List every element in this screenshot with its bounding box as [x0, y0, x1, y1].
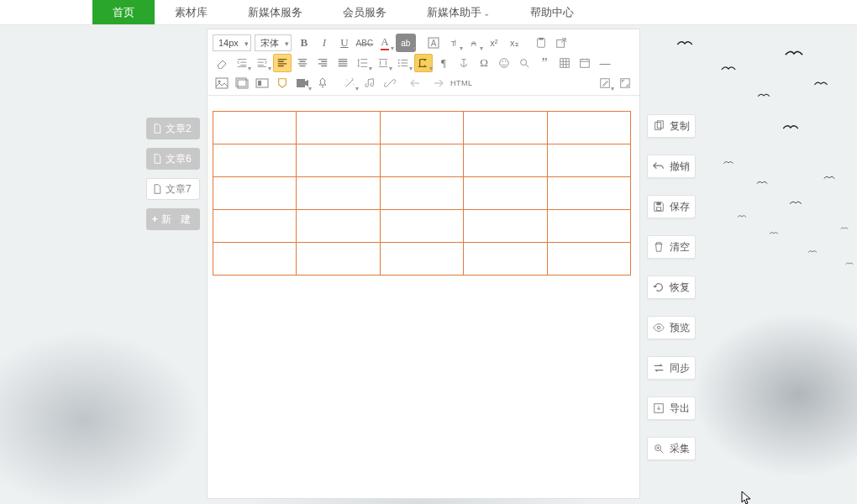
music-button[interactable] [360, 74, 379, 92]
action-label: 撤销 [670, 160, 690, 174]
text-box-button[interactable]: A [424, 34, 443, 52]
subscript-button[interactable]: x₂ [505, 34, 523, 52]
external-link-button[interactable] [552, 34, 570, 52]
nav-tab-member[interactable]: 会员服务 [323, 0, 407, 24]
new-label: 新 建 [161, 213, 194, 227]
action-save[interactable]: 保存 [647, 195, 696, 218]
svg-text:A: A [431, 39, 437, 48]
line-height-button[interactable] [354, 54, 372, 72]
paragraph-button[interactable]: ¶ [434, 54, 453, 72]
paste-button[interactable] [532, 34, 550, 52]
action-export[interactable]: 导出 [647, 396, 696, 420]
action-clear[interactable]: 清空 [647, 235, 696, 259]
align-justify-button[interactable] [334, 54, 352, 72]
action-collect[interactable]: 采集 [647, 437, 696, 460]
editor-table[interactable] [213, 111, 631, 276]
zoom-button[interactable] [515, 54, 534, 72]
editor-panel: 14px▾ 宋体▾ B I U ABC A ab A T A x² x₂ [207, 29, 640, 499]
action-restore[interactable]: 恢复 [647, 276, 696, 299]
bold-button[interactable]: B [295, 34, 313, 52]
svg-point-17 [218, 81, 221, 83]
background-color-button[interactable]: ab [396, 34, 416, 52]
italic-button[interactable]: I [315, 34, 334, 52]
calendar-button[interactable] [576, 54, 594, 72]
action-label: 同步 [670, 361, 690, 375]
superscript-button[interactable]: x² [485, 34, 503, 52]
svg-rect-24 [621, 79, 630, 88]
doc-item-label: 文章2 [166, 122, 192, 136]
svg-rect-22 [297, 79, 305, 87]
font-size-select[interactable]: 14px▾ [213, 34, 251, 51]
indent-left-button[interactable] [233, 54, 251, 72]
save-icon [653, 201, 665, 213]
card-button[interactable] [253, 74, 271, 92]
font-color-button[interactable]: A [376, 34, 394, 52]
svg-rect-5 [539, 38, 543, 40]
anchor-button[interactable] [455, 54, 473, 72]
letter-spacing-button[interactable] [374, 54, 392, 72]
emblem-button[interactable] [273, 74, 292, 92]
table-button[interactable] [555, 54, 574, 72]
svg-point-11 [502, 61, 503, 62]
emoji-button[interactable] [495, 54, 513, 72]
edit-mode-button[interactable] [596, 74, 614, 92]
clear-format-button[interactable]: A [465, 34, 483, 52]
editor-canvas[interactable] [208, 96, 639, 498]
redo-button[interactable] [428, 74, 446, 92]
quote-button[interactable]: ” [535, 54, 554, 72]
underline-button[interactable]: U [335, 34, 354, 52]
font-family-select[interactable]: 宋体▾ [255, 34, 292, 51]
align-right-button[interactable] [313, 54, 332, 72]
svg-rect-14 [560, 59, 570, 68]
svg-point-29 [657, 326, 660, 329]
pin-button[interactable] [313, 74, 332, 92]
copy-icon [653, 120, 665, 132]
svg-rect-27 [656, 207, 660, 211]
undo-button[interactable] [407, 74, 426, 92]
new-document-button[interactable]: + 新 建 [146, 208, 200, 230]
list-button[interactable] [394, 54, 413, 72]
nav-tab-help[interactable]: 帮助中心 [510, 0, 594, 24]
doc-item-3[interactable]: 文章7 [146, 178, 200, 200]
doc-item-2[interactable]: 文章6 [146, 148, 200, 170]
nav-tab-service[interactable]: 新媒体服务 [228, 0, 323, 24]
align-left-button[interactable] [273, 54, 292, 72]
doc-item-label: 文章7 [166, 182, 192, 197]
action-column: 复制 撤销 保存 清空 恢复 预览 同步 导出 采集 [647, 114, 697, 477]
text-direction-button[interactable] [414, 54, 433, 72]
document-icon [152, 154, 162, 164]
action-preview[interactable]: 预览 [647, 316, 696, 339]
text-transform-button[interactable]: T [444, 34, 463, 52]
action-copy[interactable]: 复制 [647, 114, 696, 138]
nav-tab-home[interactable]: 首页 [92, 0, 155, 24]
action-sync[interactable]: 同步 [647, 356, 696, 380]
svg-point-12 [505, 61, 506, 62]
document-icon [152, 184, 162, 194]
action-undo[interactable]: 撤销 [647, 155, 696, 178]
omega-button[interactable]: Ω [475, 54, 493, 72]
magic-button[interactable] [340, 74, 359, 92]
video-button[interactable] [293, 74, 312, 92]
nav-tab-assistant[interactable]: 新媒体助手⌄ [407, 0, 510, 24]
trash-icon [653, 241, 665, 253]
svg-text:A: A [471, 39, 476, 48]
image-button[interactable] [213, 74, 231, 92]
svg-point-9 [398, 66, 400, 67]
indent-right-button[interactable] [253, 54, 271, 72]
sync-icon [653, 362, 665, 374]
eraser-button[interactable] [213, 54, 231, 72]
document-list: 文章2 文章6 文章7 + 新 建 [146, 118, 203, 230]
align-center-button[interactable] [293, 54, 312, 72]
svg-rect-15 [581, 60, 590, 68]
eye-icon [653, 322, 665, 333]
source-code-button[interactable]: HTML [448, 74, 476, 92]
strikethrough-button[interactable]: ABC [355, 34, 374, 52]
gallery-button[interactable] [233, 74, 251, 92]
doc-item-1[interactable]: 文章2 [146, 118, 200, 139]
fullscreen-button[interactable] [616, 74, 634, 92]
minus-button[interactable]: — [596, 54, 614, 72]
svg-point-8 [398, 62, 400, 64]
link-button[interactable] [381, 74, 399, 92]
nav-tab-library[interactable]: 素材库 [155, 0, 228, 24]
svg-point-13 [521, 60, 527, 66]
